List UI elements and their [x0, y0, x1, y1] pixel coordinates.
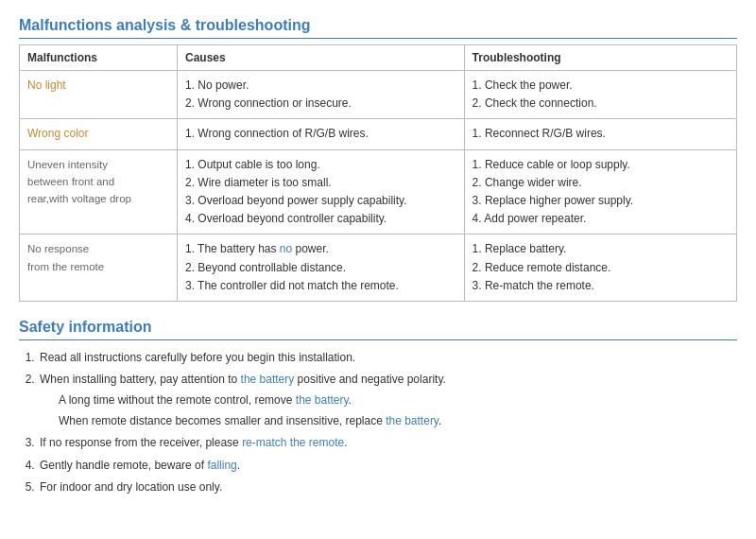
table-row-causes-2: 1. Output cable is too long.2. Wire diam… — [177, 149, 464, 235]
table-row-causes-1: 1. Wrong connection of R/G/B wires. — [177, 119, 464, 149]
col-header-causes: Causes — [177, 45, 464, 71]
col-header-troubleshooting: Troubleshooting — [464, 45, 736, 71]
safety-item-5: For indoor and dry location use only. — [38, 478, 737, 498]
table-title: Malfunctions analysis & troubleshooting — [19, 17, 737, 39]
safety-section: Safety information Read all instructions… — [19, 319, 737, 498]
table-row-malfunction-0: No light — [20, 71, 178, 119]
table-row-troubleshooting-3: 1. Replace battery.2. Reduce remote dist… — [464, 235, 736, 302]
table-row-causes-3: 1. The battery has no power.2. Beyond co… — [177, 235, 464, 302]
col-header-malfunction: Malfunctions — [20, 45, 178, 71]
safety-title: Safety information — [19, 319, 737, 340]
table-row-malfunction-2: Uneven intensity between front and rear,… — [20, 149, 178, 235]
safety-subitem-2-1: A long time without the remote control, … — [59, 391, 737, 411]
table-row-troubleshooting-0: 1. Check the power.2. Check the connecti… — [464, 71, 736, 119]
table-row-malfunction-3: No response from the remote — [20, 235, 178, 302]
table-row-malfunction-1: Wrong color — [20, 119, 178, 149]
safety-list: Read all instructions carefully before y… — [38, 348, 737, 498]
safety-item-4: Gently handle remote, beware of falling. — [38, 456, 737, 477]
table-row-troubleshooting-2: 1. Reduce cable or loop supply.2. Change… — [464, 149, 736, 235]
table-row-causes-0: 1. No power.2. Wrong connection or insec… — [177, 71, 464, 119]
safety-item-1: Read all instructions carefully before y… — [38, 348, 737, 369]
table-row-troubleshooting-1: 1. Reconnect R/G/B wires. — [464, 119, 736, 149]
safety-item-3: If no response from the receiver, please… — [38, 433, 737, 454]
safety-subitem-2-2: When remote distance becomes smaller and… — [59, 411, 737, 432]
troubleshooting-table: Malfunctions Causes Troubleshooting No l… — [19, 44, 737, 302]
safety-item-2: When installing battery, pay attention t… — [38, 370, 737, 431]
table-section: Malfunctions analysis & troubleshooting … — [19, 17, 737, 302]
